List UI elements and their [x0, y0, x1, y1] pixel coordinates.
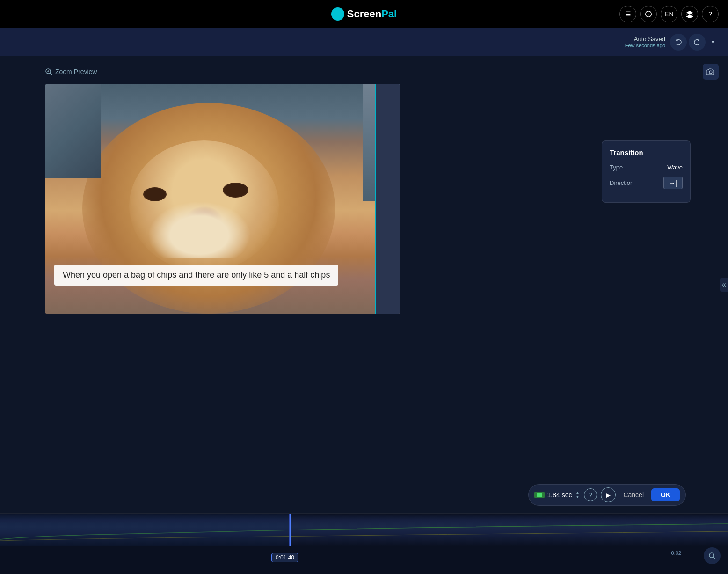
end-time-marker: 0:02	[671, 550, 681, 556]
second-bar-buttons: ▾	[670, 34, 719, 51]
duration-text: 1.84 sec	[547, 491, 572, 499]
second-bar: Auto Saved Few seconds ago ▾	[0, 28, 728, 56]
waveform-svg	[0, 514, 728, 546]
preview-header: Zoom Preview	[45, 64, 728, 80]
waveform-bg	[0, 514, 728, 546]
type-value: Wave	[667, 164, 683, 171]
window-bg	[45, 84, 101, 178]
menu-button[interactable]: ☰	[619, 6, 636, 22]
transition-panel-title: Transition	[610, 148, 683, 156]
direction-label: Direction	[610, 179, 633, 186]
main-area: Zoom Preview	[0, 56, 728, 513]
playback-help-button[interactable]: ?	[584, 488, 597, 501]
duration-decrement-button[interactable]: ▼	[575, 495, 580, 499]
auto-saved-subtitle: Few seconds ago	[625, 43, 665, 48]
playback-controls: 1.84 sec ▲ ▼ ? ▶ Cancel OK	[528, 484, 686, 506]
redo-button[interactable]	[689, 34, 706, 51]
svg-point-8	[709, 553, 714, 558]
playhead-time-label: 0:01.40	[271, 553, 298, 562]
help-label: ?	[589, 492, 592, 499]
duration-increment-button[interactable]: ▲	[575, 491, 580, 495]
help-topbar-button[interactable]: ?	[702, 6, 719, 22]
subtitle-overlay: When you open a bag of chips and there a…	[54, 265, 338, 286]
collapse-icon: «	[722, 280, 726, 288]
svg-point-5	[709, 71, 712, 74]
logo: ScreenPal	[331, 7, 397, 21]
top-bar: ScreenPal ☰ EN ?	[0, 0, 728, 28]
playhead[interactable]	[290, 514, 291, 546]
layers-button[interactable]	[681, 6, 698, 22]
cat-chin	[148, 201, 251, 258]
undo-button[interactable]	[670, 34, 687, 51]
timeline-search-button[interactable]	[704, 547, 721, 564]
logo-icon	[331, 7, 344, 21]
cancel-label: Cancel	[623, 491, 644, 499]
duration-color-indicator	[534, 492, 545, 498]
transition-panel: Transition Type Wave Direction →|	[602, 140, 691, 203]
svg-line-9	[713, 557, 715, 559]
collapse-panel-button[interactable]: «	[720, 278, 728, 292]
ok-label: OK	[661, 491, 670, 499]
left-panel	[0, 56, 37, 513]
ok-button[interactable]: OK	[651, 488, 680, 501]
auto-saved-area: Auto Saved Few seconds ago	[625, 36, 665, 48]
cat-left-eye	[143, 187, 167, 201]
duration-stepper[interactable]: ▲ ▼	[575, 491, 580, 499]
dropdown-arrow-button[interactable]: ▾	[707, 34, 719, 51]
timeline-area: 0:01.40 0:02	[0, 513, 728, 574]
subtitle-text: When you open a bag of chips and there a…	[63, 270, 330, 280]
language-button[interactable]: EN	[661, 6, 677, 22]
camera-button[interactable]	[703, 64, 719, 80]
green-bar	[537, 493, 542, 497]
play-button[interactable]: ▶	[601, 487, 616, 502]
history-button[interactable]	[640, 6, 657, 22]
auto-saved-title: Auto Saved	[625, 36, 665, 43]
auto-saved-text: Auto Saved Few seconds ago	[625, 36, 665, 48]
preview-container: Zoom Preview	[37, 56, 728, 513]
zoom-preview-label: Zoom Preview	[45, 68, 97, 75]
timeline-track[interactable]	[0, 514, 728, 546]
type-label: Type	[610, 164, 623, 171]
video-frame-wrapper: When you open a bag of chips and there a…	[45, 84, 400, 314]
direction-button[interactable]: →|	[663, 177, 683, 189]
language-label: EN	[664, 10, 673, 18]
video-right-strip	[375, 84, 400, 314]
zoom-preview-text: Zoom Preview	[55, 68, 97, 75]
transition-type-row: Type Wave	[610, 164, 683, 171]
logo-text: ScreenPal	[347, 8, 397, 20]
top-bar-actions: ☰ EN ?	[619, 6, 719, 22]
video-frame: When you open a bag of chips and there a…	[45, 84, 400, 314]
svg-line-2	[50, 73, 52, 75]
cat-right-eye	[223, 183, 248, 198]
svg-rect-7	[0, 514, 290, 546]
cancel-button[interactable]: Cancel	[619, 489, 648, 500]
play-icon: ▶	[606, 492, 611, 499]
direction-icon: →|	[669, 179, 677, 187]
duration-indicator: 1.84 sec ▲ ▼	[534, 491, 581, 499]
transition-direction-row: Direction →|	[610, 177, 683, 189]
timeline-footer: 0:01.40 0:02	[0, 546, 728, 565]
